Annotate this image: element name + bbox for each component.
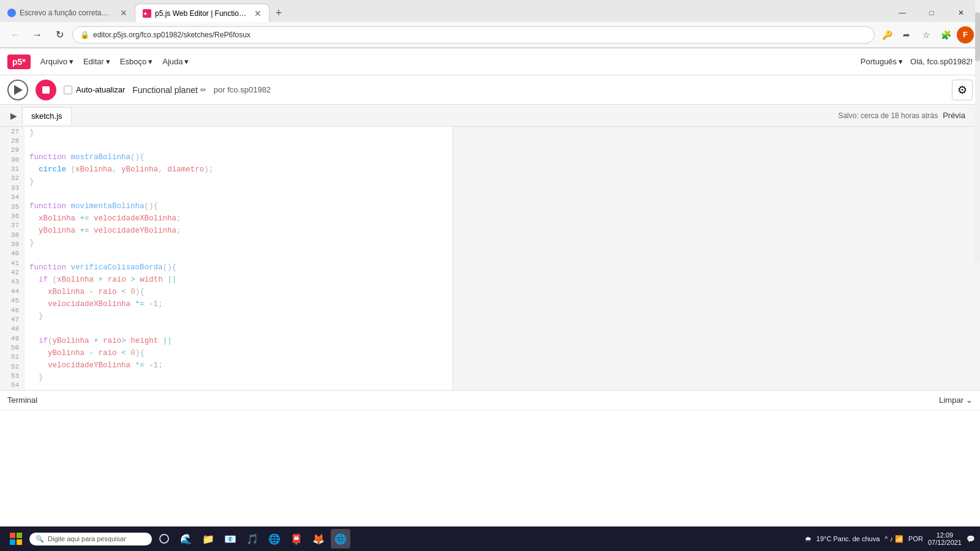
svg-text:📁: 📁 bbox=[202, 533, 214, 545]
favorites-icon[interactable]: ☆ bbox=[918, 26, 935, 43]
task-view-button[interactable] bbox=[154, 529, 174, 549]
svg-rect-4 bbox=[17, 539, 22, 545]
editor-tabs: ▶ sketch.js Salvo: cerca de 18 horas atr… bbox=[0, 105, 980, 127]
refresh-button[interactable]: ↻ bbox=[50, 26, 69, 44]
svg-text:🌐: 🌐 bbox=[268, 533, 281, 545]
svg-point-5 bbox=[160, 534, 168, 543]
url-text: editor.p5js.org/fco.sp01982/sketches/ReP… bbox=[93, 31, 867, 39]
svg-text:📧: 📧 bbox=[224, 533, 236, 545]
svg-text:🦊: 🦊 bbox=[312, 533, 325, 545]
system-tray-icons: ^ ♪ 📶 bbox=[884, 535, 903, 543]
browser-tab-1[interactable]: Escrevo a função corretamente, ✕ bbox=[0, 4, 135, 22]
browser2-taskbar-icon[interactable]: 🦊 bbox=[309, 529, 328, 549]
file-tab-sketch[interactable]: sketch.js bbox=[22, 107, 72, 124]
svg-rect-1 bbox=[10, 533, 15, 538]
auto-update-checkbox[interactable] bbox=[64, 86, 72, 94]
clear-button[interactable]: Limpar bbox=[939, 395, 963, 405]
tab2-favicon: ✦ bbox=[143, 9, 151, 18]
browser-tab-2[interactable]: ✦ p5.js Web Editor | Functional pla... ✕ bbox=[135, 4, 270, 22]
terminal-body[interactable] bbox=[0, 410, 980, 451]
edit-sketch-name-icon[interactable]: ✏ bbox=[200, 86, 206, 94]
auto-update-label: Auto-atualizar bbox=[76, 85, 125, 94]
preview-label: Prévia bbox=[943, 111, 975, 120]
settings-button[interactable]: ⚙ bbox=[952, 80, 973, 100]
terminal-header: Terminal Limpar ⌄ bbox=[0, 391, 980, 410]
new-tab-button[interactable]: + bbox=[270, 4, 288, 22]
auto-update-toggle: Auto-atualizar bbox=[64, 85, 125, 94]
play-icon bbox=[14, 85, 23, 95]
search-icon: 🔍 bbox=[36, 535, 44, 543]
terminal-controls: Limpar ⌄ bbox=[939, 395, 973, 405]
code-content[interactable]: } function mostraBolinha(){ circle (xBol… bbox=[24, 127, 453, 390]
profile-button[interactable]: F bbox=[957, 26, 974, 43]
nav-bar: ← → ↻ 🔒 editor.p5js.org/fco.sp01982/sket… bbox=[0, 22, 980, 48]
search-placeholder: Digite aqui para pesquisar bbox=[48, 535, 126, 542]
app-header: p5* Arquivo ▾ Editar ▾ Esboço ▾ Ajuda ▾ … bbox=[0, 48, 980, 75]
terminal: Terminal Limpar ⌄ bbox=[0, 390, 980, 451]
window-controls: — □ ✕ bbox=[888, 4, 980, 22]
sketch-name: Functional planet ✏ bbox=[132, 85, 206, 95]
p5-app: p5* Arquivo ▾ Editar ▾ Esboço ▾ Ajuda ▾ … bbox=[0, 48, 980, 451]
collapse-sidebar-button[interactable]: ▶ bbox=[5, 107, 22, 124]
clock-time: 12:09 bbox=[937, 531, 954, 539]
stop-icon bbox=[42, 86, 50, 94]
tab2-title: p5.js Web Editor | Functional pla... bbox=[155, 9, 248, 18]
extensions-icon[interactable]: 🔑 bbox=[878, 26, 895, 43]
stop-button[interactable] bbox=[36, 80, 56, 100]
menu-esboco[interactable]: Esboço ▾ bbox=[120, 57, 153, 66]
browser-chrome: Escrevo a função corretamente, ✕ ✦ p5.js… bbox=[0, 0, 980, 48]
explorer-taskbar-icon[interactable]: 📁 bbox=[198, 529, 218, 549]
toolbar: Auto-atualizar Functional planet ✏ por f… bbox=[0, 75, 980, 105]
code-panel: 27 28 29 30 31 32 33 34 35 36 37 38 39 4… bbox=[0, 127, 980, 390]
preview-panel bbox=[453, 127, 980, 390]
notifications-icon[interactable]: 💬 bbox=[967, 535, 975, 543]
p5-logo[interactable]: p5* bbox=[7, 54, 31, 69]
outlook-taskbar-icon[interactable]: 📮 bbox=[287, 529, 306, 549]
start-button[interactable] bbox=[5, 528, 27, 550]
close-button[interactable]: ✕ bbox=[947, 4, 975, 22]
minimize-button[interactable]: — bbox=[888, 4, 916, 22]
media-taskbar-icon[interactable]: 🎵 bbox=[243, 529, 262, 549]
play-button[interactable] bbox=[7, 80, 28, 100]
taskbar: 🔍 Digite aqui para pesquisar 🌊 📁 📧 🎵 🌐 📮… bbox=[0, 527, 980, 551]
language-indicator: POR bbox=[908, 535, 923, 542]
tab2-close[interactable]: ✕ bbox=[254, 9, 262, 18]
svg-text:🌐: 🌐 bbox=[334, 533, 347, 545]
email-taskbar-icon[interactable]: 📧 bbox=[221, 529, 240, 549]
clock: 12:09 07/12/2021 bbox=[928, 531, 962, 546]
tab1-favicon bbox=[7, 9, 16, 17]
chrome2-taskbar-icon[interactable]: 🌐 bbox=[331, 529, 350, 549]
menu-editar[interactable]: Editar ▾ bbox=[83, 57, 110, 66]
maximize-button[interactable]: □ bbox=[918, 4, 946, 22]
menu-arquivo[interactable]: Arquivo ▾ bbox=[40, 57, 74, 66]
address-bar[interactable]: 🔒 editor.p5js.org/fco.sp01982/sketches/R… bbox=[72, 26, 875, 43]
editor-scrollbar[interactable] bbox=[975, 127, 980, 263]
gear-icon: ⚙ bbox=[957, 83, 967, 97]
extensions-puzzle-icon[interactable]: 🧩 bbox=[937, 26, 954, 43]
back-button[interactable]: ← bbox=[6, 26, 24, 44]
tab1-title: Escrevo a função corretamente, bbox=[20, 9, 114, 17]
tab-bar: Escrevo a função corretamente, ✕ ✦ p5.js… bbox=[0, 0, 980, 22]
weather-temp: 19°C Panc. de chuva bbox=[816, 535, 880, 542]
user-greeting[interactable]: Olá, fco.sp01982! bbox=[910, 57, 973, 66]
collapse-terminal-icon[interactable]: ⌄ bbox=[966, 395, 973, 405]
svg-text:✦: ✦ bbox=[143, 10, 148, 17]
header-right: Português ▾ Olá, fco.sp01982! bbox=[861, 57, 973, 66]
share-icon[interactable]: ➦ bbox=[898, 26, 915, 43]
svg-rect-3 bbox=[10, 539, 15, 545]
nav-icons: 🔑 ➦ ☆ 🧩 F bbox=[878, 26, 974, 43]
line-numbers: 27 28 29 30 31 32 33 34 35 36 37 38 39 4… bbox=[0, 127, 24, 390]
taskbar-right: 🌧 19°C Panc. de chuva ^ ♪ 📶 POR 12:09 07… bbox=[805, 531, 975, 546]
forward-button[interactable]: → bbox=[28, 26, 47, 44]
svg-rect-2 bbox=[17, 533, 22, 538]
chrome-taskbar-icon[interactable]: 🌐 bbox=[265, 529, 284, 549]
svg-text:🎵: 🎵 bbox=[246, 533, 258, 545]
taskbar-search[interactable]: 🔍 Digite aqui para pesquisar bbox=[29, 533, 152, 545]
language-selector[interactable]: Português ▾ bbox=[861, 57, 903, 66]
menu-ajuda[interactable]: Ajuda ▾ bbox=[162, 57, 189, 66]
tab1-close[interactable]: ✕ bbox=[120, 8, 127, 18]
edge-taskbar-icon[interactable]: 🌊 bbox=[176, 529, 196, 549]
code-editor[interactable]: 27 28 29 30 31 32 33 34 35 36 37 38 39 4… bbox=[0, 127, 453, 390]
weather-icon: 🌧 bbox=[805, 535, 812, 542]
clock-date: 07/12/2021 bbox=[928, 539, 962, 546]
